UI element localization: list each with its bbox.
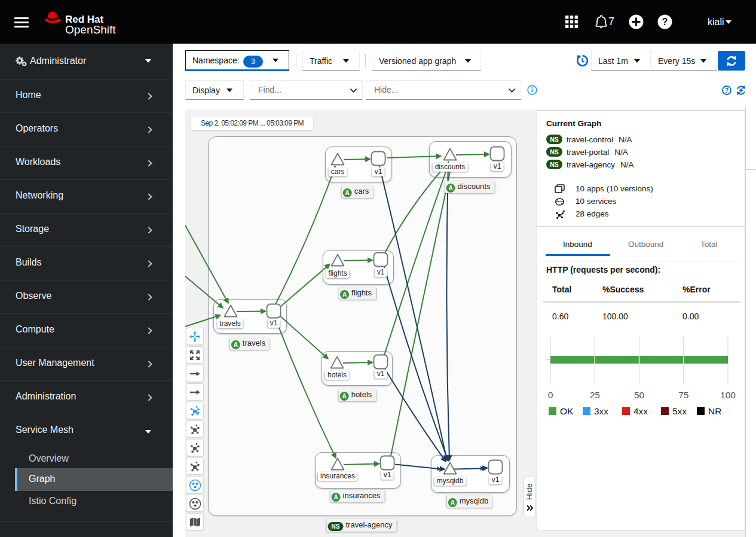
svg-text:OK: OK — [560, 406, 574, 416]
svg-text:?: ? — [725, 87, 729, 94]
svg-text:4xx: 4xx — [633, 406, 648, 416]
svg-text:0: 0 — [548, 390, 553, 400]
svg-text:25: 25 — [590, 390, 600, 400]
svg-text:NR: NR — [708, 406, 721, 416]
svg-text:?: ? — [662, 17, 668, 27]
svg-text:50: 50 — [634, 390, 645, 400]
svg-text:5xx: 5xx — [672, 406, 687, 416]
svg-text:100: 100 — [720, 390, 736, 400]
svg-text:75: 75 — [678, 390, 688, 400]
svg-text:3xx: 3xx — [594, 406, 608, 416]
